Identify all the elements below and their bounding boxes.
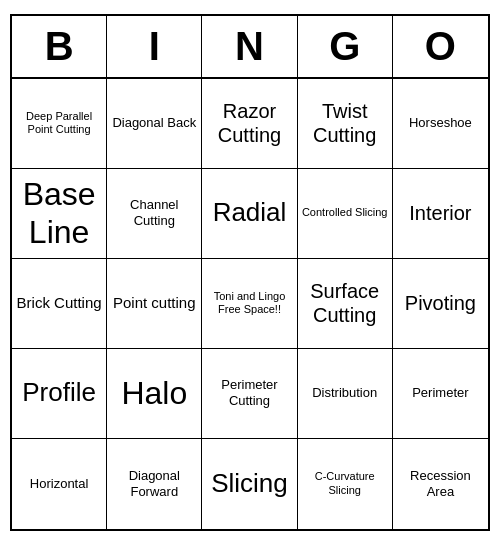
bingo-cell: Deep Parallel Point Cutting <box>12 79 107 169</box>
cell-text: Point cutting <box>113 294 196 312</box>
header-letter: G <box>298 16 393 77</box>
header-letter: O <box>393 16 488 77</box>
bingo-cell: Controlled Slicing <box>298 169 393 259</box>
cell-text: Pivoting <box>405 291 476 315</box>
cell-text: Recession Area <box>397 468 484 499</box>
bingo-cell: Diagonal Forward <box>107 439 202 529</box>
bingo-cell: Toni and Lingo Free Space!! <box>202 259 297 349</box>
header-letter: B <box>12 16 107 77</box>
bingo-cell: C-Curvature Slicing <box>298 439 393 529</box>
header-letter: N <box>202 16 297 77</box>
cell-text: Razor Cutting <box>206 99 292 147</box>
cell-text: Surface Cutting <box>302 279 388 327</box>
bingo-cell: Point cutting <box>107 259 202 349</box>
cell-text: Interior <box>409 201 471 225</box>
cell-text: Profile <box>22 377 96 408</box>
bingo-cell: Horseshoe <box>393 79 488 169</box>
bingo-cell: Perimeter Cutting <box>202 349 297 439</box>
cell-text: Deep Parallel Point Cutting <box>16 110 102 136</box>
bingo-cell: Profile <box>12 349 107 439</box>
cell-text: Perimeter <box>412 385 468 401</box>
cell-text: Diagonal Forward <box>111 468 197 499</box>
bingo-cell: Brick Cutting <box>12 259 107 349</box>
cell-text: Toni and Lingo Free Space!! <box>206 290 292 316</box>
bingo-cell: Pivoting <box>393 259 488 349</box>
bingo-grid: Deep Parallel Point CuttingDiagonal Back… <box>12 79 488 529</box>
bingo-cell: Halo <box>107 349 202 439</box>
cell-text: Perimeter Cutting <box>206 377 292 408</box>
bingo-cell: Diagonal Back <box>107 79 202 169</box>
bingo-cell: Channel Cutting <box>107 169 202 259</box>
cell-text: Brick Cutting <box>17 294 102 312</box>
bingo-cell: Razor Cutting <box>202 79 297 169</box>
cell-text: C-Curvature Slicing <box>302 470 388 496</box>
cell-text: Horizontal <box>30 476 89 492</box>
bingo-cell: Distribution <box>298 349 393 439</box>
cell-text: Radial <box>213 197 287 228</box>
bingo-cell: Twist Cutting <box>298 79 393 169</box>
bingo-cell: Interior <box>393 169 488 259</box>
cell-text: Horseshoe <box>409 115 472 131</box>
bingo-header: BINGO <box>12 16 488 79</box>
bingo-cell: Perimeter <box>393 349 488 439</box>
cell-text: Channel Cutting <box>111 197 197 228</box>
cell-text: Base Line <box>16 175 102 252</box>
bingo-cell: Slicing <box>202 439 297 529</box>
bingo-card: BINGO Deep Parallel Point CuttingDiagona… <box>10 14 490 531</box>
cell-text: Twist Cutting <box>302 99 388 147</box>
cell-text: Halo <box>121 374 187 412</box>
bingo-cell: Recession Area <box>393 439 488 529</box>
bingo-cell: Base Line <box>12 169 107 259</box>
cell-text: Diagonal Back <box>112 115 196 131</box>
cell-text: Slicing <box>211 468 288 499</box>
bingo-cell: Radial <box>202 169 297 259</box>
cell-text: Controlled Slicing <box>302 206 388 219</box>
header-letter: I <box>107 16 202 77</box>
cell-text: Distribution <box>312 385 377 401</box>
bingo-cell: Surface Cutting <box>298 259 393 349</box>
bingo-cell: Horizontal <box>12 439 107 529</box>
